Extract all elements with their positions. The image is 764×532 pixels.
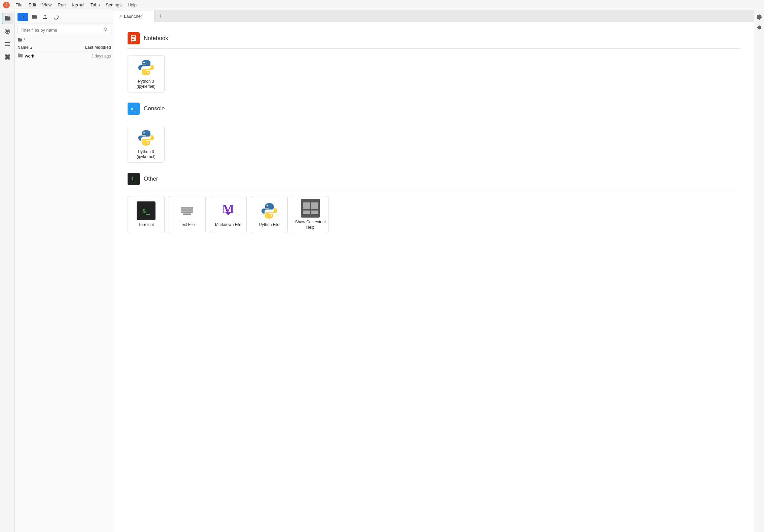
menu-run[interactable]: Run bbox=[55, 1, 68, 8]
terminal-label: Terminal bbox=[138, 222, 153, 228]
svg-rect-9 bbox=[131, 35, 132, 42]
other-grid: $_ Terminal Text File bbox=[128, 196, 740, 233]
contextualhelp-label: Show Contextual Help bbox=[295, 220, 326, 230]
svg-point-3 bbox=[6, 30, 9, 33]
column-modified-header[interactable]: Last Modified bbox=[77, 45, 111, 50]
search-box[interactable] bbox=[18, 26, 111, 34]
menu-settings[interactable]: Settings bbox=[103, 1, 124, 8]
app-layout: + bbox=[0, 10, 764, 532]
console-python3-icon bbox=[137, 129, 155, 147]
column-name-header[interactable]: Name ▲ bbox=[18, 45, 77, 50]
notebook-section-header: Notebook bbox=[128, 32, 740, 44]
console-python3-card[interactable]: Python 3 (ipykernel) bbox=[128, 126, 165, 163]
sidebar-item-extensions[interactable] bbox=[2, 51, 13, 63]
terminal-card[interactable]: $_ Terminal bbox=[128, 196, 165, 233]
notebook-section-icon bbox=[128, 32, 140, 44]
open-folder-button[interactable] bbox=[30, 12, 39, 22]
markdown-icon: M bbox=[220, 202, 237, 219]
svg-text:J: J bbox=[5, 3, 8, 7]
other-divider bbox=[128, 189, 740, 189]
help-cell bbox=[311, 211, 318, 214]
svg-rect-6 bbox=[5, 45, 10, 46]
menu-kernel[interactable]: Kernel bbox=[69, 1, 87, 8]
breadcrumb: / bbox=[15, 36, 114, 44]
file-modified: 3 days ago bbox=[77, 54, 111, 59]
help-row-1 bbox=[303, 202, 318, 209]
sidebar-item-running[interactable] bbox=[2, 26, 13, 37]
text-line-4 bbox=[183, 214, 191, 215]
refresh-button[interactable] bbox=[51, 12, 61, 22]
text-line-1 bbox=[181, 207, 193, 208]
pythonfile-label: Python File bbox=[259, 222, 279, 228]
main-area: ↗ Launcher + Notebook bbox=[114, 10, 754, 532]
help-row-2 bbox=[303, 211, 318, 214]
sidebar-item-files[interactable] bbox=[2, 13, 13, 24]
tab-launcher-label: Launcher bbox=[124, 14, 142, 19]
notebook-grid: Python 3 (ipykernel) bbox=[128, 55, 740, 92]
app-logo: J bbox=[3, 1, 10, 9]
file-panel-toolbar: + bbox=[15, 10, 114, 24]
menu-tabs[interactable]: Tabs bbox=[88, 1, 102, 8]
add-tab-button[interactable]: + bbox=[155, 11, 165, 21]
other-section-icon: $_ bbox=[128, 173, 140, 185]
menu-edit[interactable]: Edit bbox=[26, 1, 39, 8]
folder-icon bbox=[18, 38, 22, 42]
menubar: J File Edit View Run Kernel Tabs Setting… bbox=[0, 0, 764, 10]
notebook-section-label: Notebook bbox=[144, 35, 168, 42]
pythonfile-card-icon bbox=[260, 201, 279, 220]
search-input[interactable] bbox=[21, 28, 104, 33]
contextualhelp-card[interactable]: Show Contextual Help bbox=[292, 196, 329, 233]
new-launcher-button[interactable]: + bbox=[18, 13, 28, 21]
help-cell bbox=[303, 202, 310, 209]
terminal-icon: $_ bbox=[137, 201, 155, 220]
terminal-card-icon: $_ bbox=[137, 201, 155, 220]
console-section-icon: >_ bbox=[128, 103, 140, 115]
markdown-card-icon: M bbox=[219, 201, 238, 220]
help-cell bbox=[311, 202, 318, 209]
file-panel: + bbox=[15, 10, 114, 532]
right-sidebar-extensions-icon[interactable] bbox=[755, 24, 764, 32]
menu-file[interactable]: File bbox=[13, 1, 25, 8]
right-sidebar-settings-icon[interactable] bbox=[755, 13, 764, 22]
menu-help[interactable]: Help bbox=[125, 1, 139, 8]
sort-arrow-icon: ▲ bbox=[30, 46, 33, 49]
contextualhelp-icon bbox=[301, 199, 320, 218]
folder-row-icon bbox=[18, 53, 23, 59]
markdown-card[interactable]: M Markdown File bbox=[210, 196, 247, 233]
right-sidebar bbox=[754, 10, 764, 532]
text-line-2 bbox=[181, 210, 193, 211]
breadcrumb-path: / bbox=[24, 37, 25, 42]
svg-point-7 bbox=[104, 28, 107, 31]
plus-icon: + bbox=[22, 14, 24, 20]
textfile-label: Text File bbox=[180, 222, 195, 228]
svg-line-8 bbox=[107, 30, 108, 31]
textfile-card[interactable]: Text File bbox=[169, 196, 206, 233]
pythonfile-card[interactable]: Python File bbox=[251, 196, 288, 233]
icon-sidebar bbox=[0, 10, 15, 532]
svg-rect-5 bbox=[5, 44, 10, 44]
file-row[interactable]: work 3 days ago bbox=[15, 51, 114, 61]
tab-launcher-icon: ↗ bbox=[119, 14, 122, 18]
console-divider bbox=[128, 119, 740, 119]
search-icon bbox=[104, 27, 108, 33]
menu-view[interactable]: View bbox=[39, 1, 54, 8]
console-python3-label: Python 3 (ipykernel) bbox=[131, 149, 162, 160]
notebook-divider bbox=[128, 48, 740, 49]
notebook-python3-card[interactable]: Python 3 (ipykernel) bbox=[128, 55, 165, 92]
textfile-icon bbox=[178, 201, 197, 220]
notebook-python3-label: Python 3 (ipykernel) bbox=[131, 79, 162, 89]
other-section-header: $_ Other bbox=[128, 173, 740, 185]
file-table-header: Name ▲ Last Modified bbox=[15, 44, 114, 51]
notebook-python3-icon bbox=[137, 59, 155, 77]
markdown-label: Markdown File bbox=[215, 222, 241, 228]
sidebar-item-commands[interactable] bbox=[2, 38, 13, 50]
upload-button[interactable] bbox=[40, 12, 50, 22]
file-name: work bbox=[25, 53, 77, 59]
console-section-header: >_ Console bbox=[128, 103, 740, 115]
tab-launcher[interactable]: ↗ Launcher bbox=[114, 10, 154, 22]
other-section-label: Other bbox=[144, 176, 158, 182]
console-section-label: Console bbox=[144, 105, 165, 112]
console-grid: Python 3 (ipykernel) bbox=[128, 126, 740, 163]
svg-rect-4 bbox=[5, 42, 10, 43]
textfile-card-icon bbox=[178, 201, 197, 220]
